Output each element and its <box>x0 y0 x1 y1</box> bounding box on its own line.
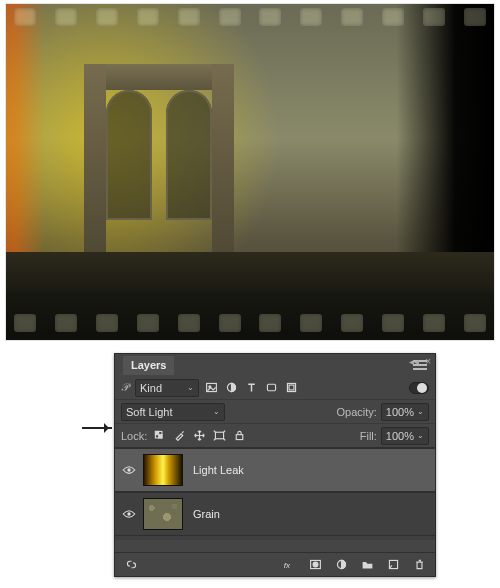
chevron-down-icon: ⌄ <box>417 407 424 416</box>
chevron-down-icon: ⌄ <box>187 383 194 392</box>
mask-icon[interactable] <box>307 557 323 573</box>
layer-thumbnail[interactable] <box>143 454 183 486</box>
new-layer-icon[interactable] <box>385 557 401 573</box>
link-icon[interactable] <box>123 557 139 573</box>
svg-rect-9 <box>215 432 223 439</box>
eye-icon <box>122 509 136 519</box>
image-icon[interactable] <box>203 380 219 396</box>
fill-adjust-icon[interactable] <box>333 557 349 573</box>
svg-point-11 <box>127 468 130 471</box>
layers-list: Light Leak Grain <box>115 448 435 540</box>
type-icon[interactable] <box>243 380 259 396</box>
layer-row[interactable]: Light Leak <box>115 448 435 492</box>
lock-artboard-icon[interactable] <box>211 428 227 444</box>
layer-name[interactable]: Grain <box>193 508 220 520</box>
blend-mode-select[interactable]: Soft Light ⌄ <box>121 403 225 421</box>
panel-collapse-group[interactable]: ◂◂ × <box>409 356 431 367</box>
opacity-field[interactable]: 100% ⌄ <box>381 403 429 421</box>
chevron-down-icon: ⌄ <box>417 431 424 440</box>
adjustment-icon[interactable] <box>223 380 239 396</box>
lock-brush-icon[interactable] <box>171 428 187 444</box>
smartobject-icon[interactable] <box>283 380 299 396</box>
svg-point-15 <box>313 562 318 567</box>
svg-text:fx: fx <box>283 561 290 570</box>
panel-close-icon[interactable]: × <box>425 356 431 367</box>
svg-rect-5 <box>289 385 294 390</box>
layer-name[interactable]: Light Leak <box>193 464 244 476</box>
trash-icon[interactable] <box>411 557 427 573</box>
search-icon: 𝒫 <box>121 381 129 394</box>
svg-rect-3 <box>267 384 275 391</box>
filter-toggle[interactable] <box>409 382 429 394</box>
group-icon[interactable] <box>359 557 375 573</box>
bridge-deck <box>6 252 494 292</box>
svg-rect-10 <box>236 435 243 440</box>
opacity-label: Opacity: <box>337 406 377 418</box>
canvas-preview <box>6 4 494 340</box>
layers-panel: ◂◂ × Layers 𝒫 Kind ⌄ Soft Light ⌄ <box>114 353 436 577</box>
layer-filter-kind-select[interactable]: Kind ⌄ <box>135 379 199 397</box>
svg-point-12 <box>127 512 130 515</box>
chevron-down-icon: ⌄ <box>213 407 220 416</box>
shape-icon[interactable] <box>263 380 279 396</box>
blend-mode-value: Soft Light <box>126 406 172 418</box>
film-sprockets-top <box>6 8 494 30</box>
layer-filter-kind-label: Kind <box>140 382 162 394</box>
fill-value: 100% <box>386 430 414 442</box>
fill-field[interactable]: 100% ⌄ <box>381 427 429 445</box>
lock-label: Lock: <box>121 430 147 442</box>
lock-transparent-icon[interactable] <box>151 428 167 444</box>
fx-icon[interactable]: fx <box>281 557 297 573</box>
fill-label: Fill: <box>360 430 377 442</box>
visibility-toggle[interactable] <box>115 509 143 519</box>
layers-tab[interactable]: Layers <box>123 356 174 375</box>
bridge-tower <box>84 64 234 284</box>
opacity-value: 100% <box>386 406 414 418</box>
panel-collapse-icon[interactable]: ◂◂ <box>409 356 419 367</box>
annotation-arrow <box>82 427 112 429</box>
layer-thumbnail[interactable] <box>143 498 183 530</box>
visibility-toggle[interactable] <box>115 465 143 475</box>
film-sprockets-bottom <box>6 314 494 336</box>
lock-all-icon[interactable] <box>231 428 247 444</box>
eye-icon <box>122 465 136 475</box>
layer-row[interactable]: Grain <box>115 492 435 536</box>
lock-move-icon[interactable] <box>191 428 207 444</box>
